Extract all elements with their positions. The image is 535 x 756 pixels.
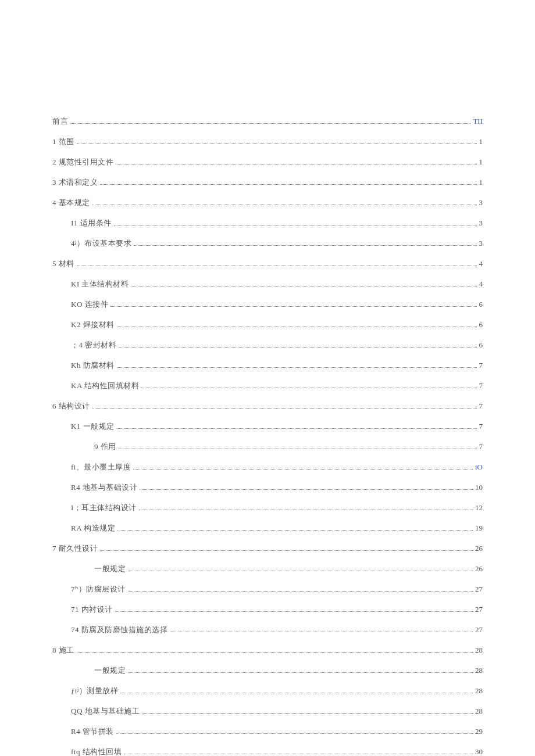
toc-label: KI 主体结构材料	[71, 279, 129, 289]
toc-page-number: 28	[475, 666, 483, 675]
toc-label: K1 一般规定	[71, 421, 115, 432]
toc-label: KA 结构性回填材料	[71, 381, 139, 391]
toc-page-number: 12	[475, 503, 483, 513]
toc-page-number: 7	[479, 442, 483, 452]
toc-row: 一般规定28	[52, 665, 483, 676]
toc-page-number: 26	[475, 544, 483, 553]
toc-page-number: 19	[475, 524, 483, 533]
toc-leader-dots	[128, 571, 473, 571]
toc-page-number: 3	[479, 239, 483, 248]
toc-page-number: 1	[479, 157, 483, 167]
toc-leader-dots	[70, 123, 470, 124]
toc-row: 1 范围1	[52, 137, 483, 147]
toc-label: ƒtʲ）测量放样	[71, 686, 118, 696]
toc-leader-dots	[77, 652, 473, 653]
toc-row: 2 规范性引用文件1	[52, 157, 483, 167]
toc-label: 5 材料	[52, 259, 74, 269]
toc-row: 前言TII	[52, 116, 483, 127]
toc-label: 1 范围	[52, 137, 74, 147]
toc-leader-dots	[115, 611, 473, 612]
toc-page-number: TII	[473, 117, 483, 126]
toc-leader-dots	[128, 672, 473, 673]
toc-leader-dots	[116, 164, 476, 164]
toc-label: R4 地基与基础设计	[71, 482, 137, 493]
toc-label: R4 管节拼装	[71, 726, 114, 737]
toc-label: 4ʲ）布设基本要求	[71, 238, 131, 249]
toc-row: QQ 地基与基础施工28	[52, 706, 483, 716]
toc-row: 5 材料4	[52, 259, 483, 269]
toc-row: KO 连接件6	[52, 299, 483, 310]
toc-label: 7 耐久性设计	[52, 543, 98, 554]
toc-label: 6 结构设计	[52, 401, 90, 411]
toc-leader-dots	[134, 245, 477, 246]
toc-page-number: 10	[475, 483, 483, 492]
toc-label: ；4 密封材料	[71, 340, 116, 350]
toc-label: 71 内衬设计	[71, 604, 113, 615]
toc-leader-dots	[117, 428, 477, 429]
toc-row: 8 施工28	[52, 645, 483, 655]
toc-leader-dots	[117, 367, 477, 368]
toc-leader-dots	[77, 266, 477, 266]
toc-page-number: 27	[475, 625, 483, 635]
toc-page-number: 7	[479, 402, 483, 411]
toc-label: 4 基本规定	[52, 198, 90, 208]
toc-label: I1 适用条件	[71, 218, 112, 228]
toc-page-number: iO	[475, 463, 483, 472]
toc-row: R4 管节拼装29	[52, 726, 483, 737]
toc-leader-dots	[117, 327, 477, 327]
toc-page-number: 28	[475, 686, 483, 696]
toc-leader-dots	[110, 306, 476, 307]
toc-leader-dots	[77, 144, 477, 144]
toc-label: K2 焊接材料	[71, 320, 115, 330]
toc-page-number: 27	[475, 585, 483, 594]
toc-page-number: 6	[479, 341, 483, 350]
toc-label: 前言	[52, 116, 68, 127]
toc-row: ƒtʲ）测量放样28	[52, 686, 483, 696]
toc-page-number: 4	[479, 280, 483, 289]
toc-page-number: 7	[479, 422, 483, 431]
toc-label: QQ 地基与基础施工	[71, 706, 140, 716]
toc-leader-dots	[119, 449, 477, 449]
toc-page-number: 7	[479, 381, 483, 390]
toc-leader-dots	[117, 530, 473, 531]
toc-row: RA 构造规定19	[52, 523, 483, 533]
toc-label: I；耳主体结构设计	[71, 503, 137, 513]
toc-leader-dots	[100, 550, 473, 551]
toc-row: 9 作用7	[52, 442, 483, 452]
toc-row: 4 基本规定3	[52, 198, 483, 208]
toc-row: R4 地基与基础设计10	[52, 482, 483, 493]
toc-leader-dots	[140, 489, 473, 490]
toc-page-number: 28	[475, 646, 483, 655]
toc-leader-dots	[139, 510, 473, 510]
table-of-contents: 前言TII1 范围12 规范性引用文件13 术语和定义14 基本规定3I1 适用…	[52, 116, 483, 756]
toc-row: 一般规定26	[52, 564, 483, 574]
toc-label: 8 施工	[52, 645, 74, 655]
toc-leader-dots	[142, 713, 473, 714]
toc-row: K1 一般规定7	[52, 421, 483, 432]
toc-page-number: 29	[475, 727, 483, 736]
toc-row: 7ʰ）防腐层设计27	[52, 584, 483, 594]
toc-row: 6 结构设计7	[52, 401, 483, 411]
toc-row: I1 适用条件3	[52, 218, 483, 228]
toc-row: fi。最小覆土厚度iO	[52, 462, 483, 472]
toc-leader-dots	[116, 733, 473, 734]
toc-label: 74 防腐及防磨蚀措施的选择	[71, 625, 167, 635]
toc-row: 74 防腐及防磨蚀措施的选择27	[52, 625, 483, 635]
toc-page-number: 26	[475, 564, 483, 574]
toc-row: 3 术语和定义1	[52, 177, 483, 188]
toc-row: 7 耐久性设计26	[52, 543, 483, 554]
toc-leader-dots	[92, 205, 477, 205]
toc-page-number: 6	[479, 320, 483, 329]
toc-label: 2 规范性引用文件	[52, 157, 113, 167]
toc-leader-dots	[141, 388, 476, 388]
toc-page-number: 6	[479, 300, 483, 309]
toc-row: I；耳主体结构设计12	[52, 503, 483, 513]
toc-page-number: 4	[479, 259, 483, 268]
toc-row: K2 焊接材料6	[52, 320, 483, 330]
toc-row: Kh 防腐材料7	[52, 360, 483, 371]
toc-page-number: 27	[475, 605, 483, 614]
toc-leader-dots	[124, 754, 473, 754]
toc-row: KA 结构性回填材料7	[52, 381, 483, 391]
toc-leader-dots	[92, 408, 477, 409]
toc-label: 9 作用	[94, 442, 116, 452]
